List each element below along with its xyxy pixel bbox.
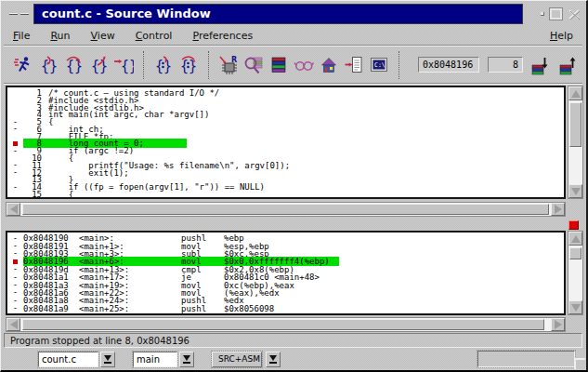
breakpoints-button[interactable] — [344, 52, 364, 77]
footer-status-field — [477, 351, 575, 367]
scroll-down-arrow[interactable] — [568, 184, 582, 198]
breakpoint-gutter[interactable]: - — [7, 305, 23, 312]
watch-expressions-icon — [294, 55, 314, 75]
function-combo-entry[interactable]: main — [133, 352, 177, 367]
svg-text:{}: {} — [41, 58, 58, 74]
window-menu-icon[interactable] — [20, 13, 29, 15]
menu-preferences[interactable]: Preferences — [192, 30, 253, 42]
assembly-line[interactable]: - 0x80481a9<main+25>:pushl$0x8056098 — [7, 305, 564, 312]
pane-splitter-grip[interactable] — [568, 220, 579, 230]
scroll-left-arrow[interactable] — [7, 318, 20, 331]
source-horizontal-scrollbar[interactable] — [6, 202, 566, 217]
function-combo-dropdown-button[interactable] — [179, 352, 194, 367]
chevron-down-icon — [104, 355, 111, 364]
file-combo-entry[interactable]: count.c — [38, 352, 98, 367]
toolbar-separator — [143, 51, 144, 79]
continue-button[interactable]: {} — [113, 52, 134, 77]
registers-button[interactable]: R — [218, 52, 239, 77]
instruction-symbol: <main+25>: — [79, 304, 181, 313]
file-combo-dropdown-button[interactable] — [100, 352, 115, 367]
next-instruction-icon: {} — [178, 55, 199, 75]
menu-run[interactable]: Run — [50, 30, 70, 42]
step-instruction-icon: {} — [153, 55, 174, 75]
instruction-address: 0x80481a9 — [23, 304, 79, 313]
breakpoints-icon — [344, 55, 364, 75]
source-vertical-scrollbar[interactable] — [568, 86, 583, 199]
scrollbar-thumb[interactable] — [22, 204, 549, 215]
breakpoint-gutter[interactable]: - — [7, 250, 23, 257]
menu-help[interactable]: Help — [550, 30, 573, 42]
source-code-text: if ((fp = fopen(argv[1], "r")) == NULL) — [42, 182, 265, 192]
menu-bar: File Run View Control Preferences Help — [4, 26, 582, 46]
console-button[interactable]: C:\ — [369, 52, 389, 77]
svg-text:{}: {} — [91, 58, 108, 74]
line-number-field[interactable] — [488, 57, 523, 73]
console-icon: C:\ — [369, 55, 389, 75]
source-line[interactable]: - 12 exit(1); — [7, 169, 564, 177]
registers-letter: R — [231, 56, 237, 64]
scrollbar-thumb[interactable] — [569, 247, 581, 259]
continue-icon: {} — [113, 55, 134, 75]
chevron-down-icon — [269, 355, 277, 364]
breakpoint-gutter[interactable]: - — [7, 148, 23, 154]
close-icon[interactable] — [568, 8, 581, 20]
stack-icon — [268, 55, 289, 75]
source-line[interactable]: - 14 if ((fp = fopen(argv[1], "r")) == N… — [7, 183, 564, 191]
watch-expressions-button[interactable] — [294, 52, 314, 77]
breakpoint-gutter[interactable]: - — [7, 126, 23, 132]
assembly-lines: - 0x8048190<main>:pushl%ebp - 0x8048191<… — [7, 234, 564, 312]
minimize-icon[interactable] — [541, 12, 544, 16]
breakpoint-gutter[interactable]: - — [7, 169, 23, 176]
stack-frame-buttons — [528, 52, 588, 77]
assembly-pane[interactable]: - 0x8048190<main>:pushl%ebp - 0x8048191<… — [6, 231, 566, 315]
view-mode-button[interactable]: SRC+ASM — [212, 352, 262, 367]
source-line[interactable]: 4int main(int argc, char *argv[]) — [7, 111, 564, 118]
registers-icon: R — [218, 55, 239, 75]
bottom-stack-frame-button[interactable] — [583, 52, 588, 77]
scrollbar-thumb[interactable] — [569, 102, 581, 147]
status-message: Program stopped at line 8, 0x8048196 — [10, 336, 189, 346]
assembly-vertical-scrollbar[interactable] — [568, 231, 583, 315]
source-code-pane[interactable]: 1/* count.c — using standard I/O */ 2#in… — [6, 86, 566, 199]
toolbar: {} {} {} {} — [4, 46, 582, 84]
instruction-mnemonic: pushl — [181, 304, 224, 313]
run-icon — [13, 55, 33, 75]
up-stack-frame-button[interactable] — [555, 52, 580, 77]
view-mode-dropdown-button[interactable] — [266, 352, 281, 367]
scroll-right-arrow[interactable] — [551, 318, 565, 331]
source-line[interactable]: - 9 if (argc !=2) — [7, 147, 564, 154]
breakpoint-gutter[interactable]: - — [7, 184, 23, 191]
resize-grip[interactable] — [574, 358, 585, 369]
window-menu-icon[interactable] — [9, 13, 18, 15]
scroll-down-arrow[interactable] — [568, 300, 582, 314]
titlebar-left-decoration — [4, 4, 33, 24]
stack-button[interactable] — [268, 52, 289, 77]
down-stack-frame-button[interactable] — [528, 52, 552, 77]
step-button[interactable]: {} — [38, 52, 59, 77]
scroll-up-arrow[interactable] — [568, 86, 582, 100]
memory-button[interactable] — [243, 52, 264, 77]
assembly-horizontal-scrollbar[interactable] — [6, 317, 566, 332]
local-variables-button[interactable] — [319, 52, 339, 77]
menu-control[interactable]: Control — [136, 30, 173, 42]
run-button[interactable] — [13, 52, 33, 77]
menu-file[interactable]: File — [13, 30, 30, 42]
step-icon: {} — [38, 55, 59, 75]
svg-text:{}: {} — [121, 58, 134, 74]
next-button[interactable]: {} — [63, 52, 84, 77]
scrollbar-thumb[interactable] — [22, 319, 544, 330]
svg-text:{}: {} — [66, 58, 83, 74]
finish-button[interactable]: {} — [88, 52, 109, 77]
window-title: count.c - Source Window — [33, 4, 523, 24]
menu-view[interactable]: View — [91, 30, 115, 42]
scroll-left-arrow[interactable] — [7, 203, 20, 216]
source-line[interactable]: 15 { — [7, 191, 564, 198]
scroll-right-arrow[interactable] — [551, 203, 565, 216]
finish-icon: {} — [88, 55, 109, 75]
pc-address-field[interactable] — [418, 57, 479, 73]
next-instruction-button[interactable]: {} — [178, 52, 199, 77]
maximize-icon[interactable] — [550, 8, 562, 20]
toolbar-separator — [399, 51, 399, 79]
scroll-up-arrow[interactable] — [568, 232, 582, 246]
step-instruction-button[interactable]: {} — [153, 52, 174, 77]
